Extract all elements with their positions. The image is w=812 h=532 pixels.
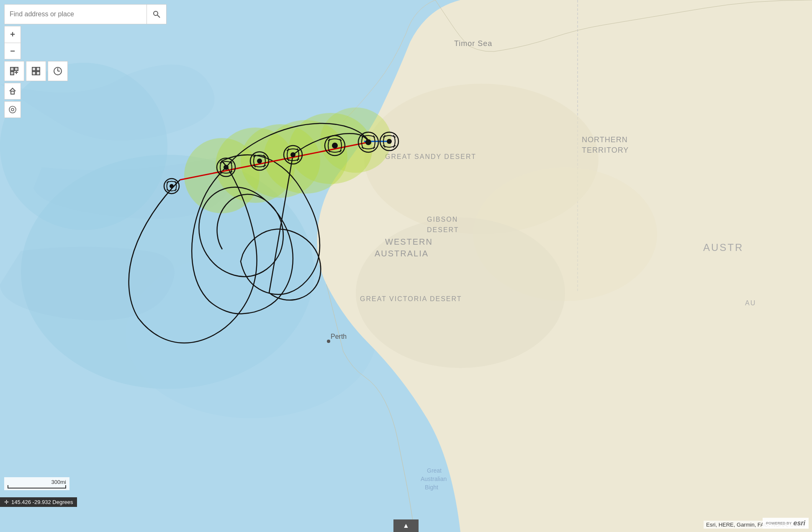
svg-point-38: [257, 159, 262, 164]
svg-rect-55: [36, 67, 40, 71]
svg-point-40: [290, 152, 296, 157]
svg-point-62: [9, 106, 16, 113]
powered-by-label: POWERED BY: [766, 521, 792, 525]
svg-text:Bight: Bight: [425, 484, 438, 491]
zoom-controls: + −: [4, 26, 167, 59]
svg-point-46: [387, 139, 392, 144]
svg-point-36: [224, 165, 229, 170]
coordinates-icon: ✛: [4, 499, 9, 505]
svg-text:AU: AU: [745, 299, 756, 307]
svg-text:GREAT VICTORIA DESERT: GREAT VICTORIA DESERT: [360, 295, 462, 302]
svg-point-47: [154, 11, 158, 15]
svg-text:TERRITORY: TERRITORY: [582, 146, 629, 154]
compass-button[interactable]: [4, 101, 21, 118]
search-button[interactable]: [146, 4, 167, 24]
coordinates-bar: ✛ 145.426 -29.932 Degrees: [0, 497, 77, 507]
toolbar: + −: [4, 4, 167, 118]
svg-text:GREAT SANDY DESERT: GREAT SANDY DESERT: [385, 153, 476, 160]
svg-text:WESTERN: WESTERN: [385, 237, 433, 246]
basemap-button[interactable]: [26, 61, 46, 81]
svg-rect-57: [36, 72, 40, 75]
svg-point-29: [320, 107, 391, 173]
icon-row: [4, 61, 167, 81]
svg-point-42: [332, 143, 338, 148]
svg-rect-50: [15, 67, 18, 71]
svg-text:Perth: Perth: [331, 333, 347, 340]
svg-point-20: [327, 340, 330, 343]
map-container[interactable]: Timor Sea GREAT SANDY DESERT NORTHERN TE…: [0, 0, 812, 532]
svg-rect-49: [10, 67, 14, 71]
zoom-out-button[interactable]: −: [4, 43, 21, 59]
svg-text:Timor Sea: Timor Sea: [454, 39, 492, 48]
svg-text:GIBSON: GIBSON: [427, 216, 458, 223]
svg-text:Great: Great: [427, 467, 442, 474]
svg-text:Australian: Australian: [421, 476, 447, 482]
svg-point-34: [170, 184, 174, 188]
add-data-button[interactable]: [4, 61, 24, 81]
expand-icon: ▲: [403, 522, 409, 529]
svg-text:AUSTR: AUSTR: [703, 242, 743, 253]
svg-line-48: [157, 15, 160, 18]
search-row: [4, 4, 167, 24]
zoom-in-button[interactable]: +: [4, 26, 21, 43]
svg-rect-54: [32, 67, 36, 71]
svg-rect-56: [32, 72, 36, 75]
home-button[interactable]: [4, 83, 21, 100]
scale-label: 300mi: [51, 479, 66, 485]
scale-ruler: [8, 485, 66, 489]
esri-badge: POWERED BY esri: [763, 518, 809, 529]
svg-rect-61: [11, 91, 14, 94]
svg-text:AUSTRALIA: AUSTRALIA: [375, 249, 429, 258]
time-slider-button[interactable]: [48, 61, 68, 81]
expand-button[interactable]: ▲: [393, 519, 419, 532]
esri-logo-text: esri: [794, 519, 805, 527]
svg-text:DESERT: DESERT: [427, 226, 459, 233]
svg-text:NORTHERN: NORTHERN: [582, 136, 628, 144]
svg-rect-51: [10, 72, 14, 75]
search-input[interactable]: [4, 4, 146, 24]
scale-bar: 300mi: [4, 477, 69, 490]
coordinates-value: 145.426 -29.932 Degrees: [11, 499, 73, 505]
svg-point-63: [11, 108, 14, 111]
svg-point-44: [365, 139, 371, 145]
